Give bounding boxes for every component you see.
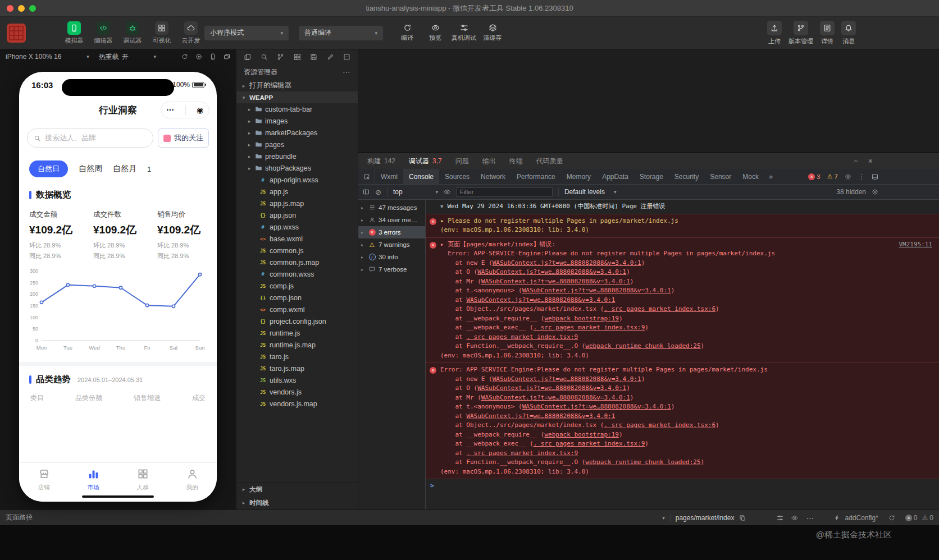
file-row[interactable]: JSapp.js.map — [236, 198, 358, 209]
warning-count-badge[interactable]: ⚠7 — [827, 173, 838, 180]
file-row[interactable]: #common.wxss — [236, 268, 358, 280]
stack-trace-link[interactable]: WASubContext.js?t=we…888082088&v=3.4.0:1 — [466, 412, 615, 420]
toolbar-action-button-1[interactable]: 预览 — [423, 24, 447, 42]
file-row[interactable]: JSruntime.js — [236, 327, 358, 339]
stack-trace-link[interactable]: WASubContext.js?t=we…888082088&v=3.4.0:1 — [481, 394, 630, 401]
eye-icon[interactable] — [444, 189, 450, 195]
project-root-row[interactable]: ▾WEAPP — [236, 91, 358, 103]
statusbar-warning-count[interactable]: ⚠0 — [922, 514, 933, 522]
device-frame-icon[interactable] — [209, 53, 216, 60]
devtools-tab-wxml[interactable]: Wxml — [375, 169, 403, 184]
capsule-menu[interactable]: ••• ◉ — [161, 102, 209, 118]
hot-reload-label[interactable]: 热重载 — [99, 52, 119, 62]
file-row[interactable]: JSruntime.js.map — [236, 339, 358, 351]
file-row[interactable]: JScommon.js — [236, 245, 358, 256]
search-icon[interactable] — [261, 53, 268, 61]
refresh-icon[interactable] — [181, 53, 188, 60]
panel-tab-4[interactable]: 终端 — [509, 157, 523, 166]
console-filter-item-0[interactable]: ▸47 messages — [358, 201, 425, 214]
open-editors-row[interactable]: ▸打开的编辑器 — [236, 80, 358, 91]
toolbar-mode-button-0[interactable]: 模拟器 — [61, 21, 88, 45]
add-config-label[interactable]: addConfig* — [845, 514, 878, 522]
toolbar-mode-button-1[interactable]: 编辑器 — [90, 21, 117, 45]
gear-icon[interactable] — [845, 173, 851, 180]
search-input[interactable]: 搜索达人、品牌 — [27, 128, 153, 148]
zoom-window-button[interactable] — [29, 5, 36, 12]
minimize-window-button[interactable] — [18, 5, 25, 12]
hot-reload-state[interactable]: 开 — [122, 52, 129, 62]
my-follow-button[interactable]: 我的关注 — [158, 128, 209, 148]
error-count-badge[interactable]: ×3 — [808, 173, 820, 180]
console-prompt[interactable]: > — [426, 479, 939, 492]
edit-icon[interactable] — [327, 53, 334, 61]
mode-select[interactable]: 小程序模式 — [204, 26, 289, 40]
toolbar-mode-button-3[interactable]: 可视化 — [148, 21, 175, 45]
devtools-tab-sensor[interactable]: Sensor — [704, 169, 737, 184]
stack-trace-link[interactable]: webpack bootstrap:19 — [544, 315, 618, 322]
toolbar-mode-button-4[interactable]: 云开发 — [177, 21, 204, 45]
toolbar-right-button-0[interactable]: 上传 — [767, 21, 782, 45]
toolbar-right-button-2[interactable]: 详情 — [820, 21, 835, 45]
stack-trace-link[interactable]: . src pages market index.tsx:9 — [534, 440, 645, 447]
tabbar-item-mine[interactable]: 我的 — [167, 463, 217, 496]
refresh-icon[interactable] — [888, 515, 895, 521]
stack-trace-link[interactable]: WASubContext.js?t=we…888082088&v=3.4.0:1 — [522, 403, 671, 410]
file-row[interactable]: <>comp.wxml — [236, 304, 358, 315]
toolbar-right-button-1[interactable]: 版本管理 — [788, 21, 813, 45]
kebab-menu-icon[interactable]: ⋮ — [858, 173, 865, 181]
devtools-tab-sources[interactable]: Sources — [439, 169, 475, 184]
devtools-tab-performance[interactable]: Performance — [511, 169, 561, 184]
file-row[interactable]: <>base.wxml — [236, 233, 358, 245]
stack-trace-link[interactable]: . src pages market index.tsx:9 — [534, 324, 645, 331]
date-tab-2[interactable]: 自然月 — [113, 164, 136, 174]
capsule-target-icon[interactable]: ◉ — [197, 105, 203, 114]
panel-tab-2[interactable]: 问题 — [455, 157, 469, 166]
copy-path-icon[interactable] — [739, 515, 746, 521]
file-row[interactable]: #app-origin.wxss — [236, 174, 358, 186]
close-window-button[interactable] — [7, 5, 13, 12]
date-tab-1[interactable]: 自然周 — [79, 164, 102, 174]
stack-trace-link[interactable]: WASubContext.js?t=we…888082088&v=3.4.0:1 — [493, 259, 641, 267]
file-row[interactable]: {}comp.json — [236, 292, 358, 304]
file-row[interactable]: JSapp.js — [236, 186, 358, 198]
devtools-tab-network[interactable]: Network — [475, 169, 511, 184]
close-panel-icon[interactable]: × — [868, 157, 873, 166]
stack-trace-link[interactable]: WASubContext.js?t=we…888082088&v=3.4.0:1 — [481, 278, 630, 285]
file-row[interactable]: JSvendors.js.map — [236, 398, 358, 410]
console-filter-item-1[interactable]: ▸34 user me… — [358, 214, 425, 226]
source-location-link[interactable]: VM2195:11 — [899, 240, 932, 250]
version-icon[interactable] — [277, 53, 284, 61]
stack-trace-link[interactable]: . src pages market index.tsx:9 — [466, 333, 578, 341]
tabbar-item-crowd[interactable]: 人群 — [118, 463, 167, 496]
devtools-tab-appdata[interactable]: AppData — [596, 169, 634, 184]
collapse-panel-icon[interactable] — [853, 158, 859, 164]
folder-row[interactable]: ▸shopPackages — [236, 162, 358, 174]
stack-trace-link[interactable]: WASubContext.js?t=we…888082088&v=3.4.0:1 — [477, 268, 626, 276]
compile-select[interactable]: 普通编译 — [299, 26, 383, 40]
dock-panel-icon[interactable] — [872, 173, 878, 180]
panel-tab-0[interactable]: 构建142 — [367, 157, 395, 166]
eye-icon[interactable] — [791, 515, 798, 521]
stack-trace-link[interactable]: . src pages market index.tsx:6 — [604, 305, 715, 313]
inspect-element-icon[interactable] — [358, 169, 375, 184]
panel-tab-3[interactable]: 输出 — [482, 157, 496, 166]
console-filter-item-5[interactable]: ▸7 verbose — [358, 263, 425, 276]
execution-context-select[interactable]: top — [393, 188, 438, 196]
stack-trace-link[interactable]: WASubContext.js?t=we…888082088&v=3.4.0:1 — [493, 375, 641, 383]
folder-row[interactable]: ▸marketPackages — [236, 127, 358, 139]
stack-trace-link[interactable]: WASubContext.js?t=we…888082088&v=3.4.0:1 — [522, 287, 671, 294]
file-row[interactable]: JSvendors.js — [236, 386, 358, 398]
files-icon[interactable] — [244, 53, 251, 61]
file-row[interactable]: {}app.json — [236, 209, 358, 221]
stack-trace-link[interactable]: webpack runtime chunk loaded:25 — [585, 458, 700, 466]
file-row[interactable]: JSutils.wxs — [236, 374, 358, 386]
explorer-section-row[interactable]: ▸大纲 — [236, 483, 358, 496]
file-row[interactable]: JStaro.js — [236, 351, 358, 362]
devtools-tab-console[interactable]: Console — [403, 169, 439, 184]
devtools-tab-memory[interactable]: Memory — [561, 169, 596, 184]
panel-tab-1[interactable]: 调试器3,7 — [409, 157, 442, 166]
console-sidebar-toggle-icon[interactable] — [363, 189, 370, 195]
panel-tab-5[interactable]: 代码质量 — [536, 157, 563, 166]
folder-row[interactable]: ▸images — [236, 115, 358, 127]
toolbar-right-button-3[interactable]: 消息 — [841, 21, 856, 45]
